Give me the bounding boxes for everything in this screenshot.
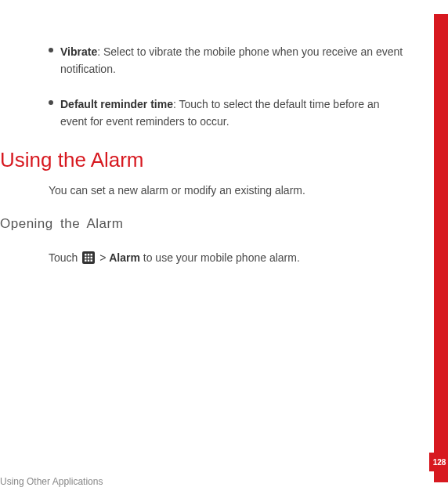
svg-rect-3 xyxy=(91,254,93,256)
bullet-item-vibrate: Vibrate: Select to vibrate the mobile ph… xyxy=(49,43,409,78)
svg-rect-2 xyxy=(88,254,90,256)
apps-grid-icon xyxy=(82,251,95,264)
page-number: 128 xyxy=(433,458,446,467)
red-sidebar-decoration xyxy=(434,14,448,482)
touch-mid: > xyxy=(96,251,109,264)
touch-suffix: to use your mobile phone alarm. xyxy=(140,251,300,264)
bullet-desc: : Select to vibrate the mobile phone whe… xyxy=(60,45,403,75)
touch-prefix: Touch xyxy=(49,251,81,264)
svg-rect-6 xyxy=(91,257,93,259)
section-heading-using-alarm: Using the Alarm xyxy=(0,148,425,172)
section-intro: You can set a new alarm or modify an exi… xyxy=(0,182,425,199)
bullet-dot-icon xyxy=(49,100,53,105)
svg-rect-9 xyxy=(91,260,93,262)
svg-rect-1 xyxy=(85,254,87,256)
bullet-list: Vibrate: Select to vibrate the mobile ph… xyxy=(0,43,425,131)
bullet-content: Default reminder time: Touch to select t… xyxy=(49,96,409,131)
bullet-term: Default reminder time xyxy=(60,98,173,110)
footer-text: Using Other Applications xyxy=(0,476,103,487)
page-number-tab: 128 xyxy=(429,453,448,471)
bullet-dot-icon xyxy=(49,48,53,52)
bullet-term: Vibrate xyxy=(60,45,97,58)
bullet-item-default-reminder: Default reminder time: Touch to select t… xyxy=(49,96,409,131)
instruction-open-alarm: Touch > Alarm to use your mobile phone a… xyxy=(0,249,425,266)
svg-rect-7 xyxy=(85,260,87,262)
bullet-content: Vibrate: Select to vibrate the mobile ph… xyxy=(49,43,409,78)
document-page: Vibrate: Select to vibrate the mobile ph… xyxy=(0,0,448,498)
svg-rect-4 xyxy=(85,257,87,259)
touch-app: Alarm xyxy=(109,251,140,264)
svg-rect-8 xyxy=(88,260,90,262)
subsection-heading-opening-alarm: Opening the Alarm xyxy=(0,216,425,232)
svg-rect-5 xyxy=(88,257,90,259)
